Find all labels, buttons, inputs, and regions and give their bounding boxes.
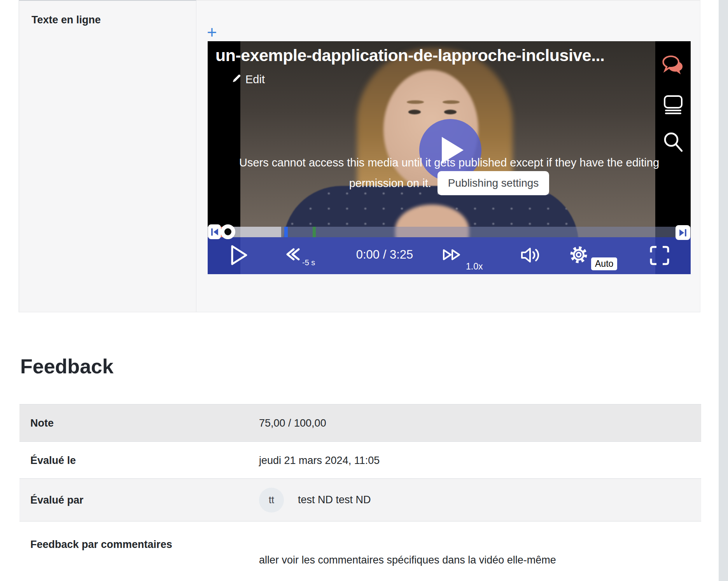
table-row-graded-by: Évalué par tt test ND test ND bbox=[19, 478, 701, 521]
edit-button[interactable]: Edit bbox=[232, 73, 265, 86]
avatar[interactable]: tt bbox=[259, 488, 284, 513]
skip-to-start-button[interactable] bbox=[208, 224, 221, 239]
video-title: un-exemple-dapplication-de-lapproche-inc… bbox=[215, 46, 605, 65]
seek-playhead[interactable] bbox=[220, 224, 235, 239]
graded-on-value: jeudi 21 mars 2024, 11:05 bbox=[259, 442, 701, 478]
submission-row-header: Texte en ligne bbox=[19, 0, 196, 312]
online-text-label: Texte en ligne bbox=[32, 14, 101, 26]
graded-by-label: Évalué par bbox=[19, 479, 259, 521]
publish-notice-banner: Users cannot access this media until it … bbox=[208, 151, 691, 197]
skip-to-end-button[interactable] bbox=[676, 225, 690, 240]
scrollbar[interactable] bbox=[719, 0, 728, 581]
feedback-heading: Feedback bbox=[20, 355, 114, 378]
add-icon[interactable]: + bbox=[207, 23, 217, 42]
pencil-icon bbox=[232, 73, 242, 86]
notice-text-line1: Users cannot access this media until it … bbox=[208, 156, 691, 169]
feedback-table: Note 75,00 / 100,00 Évalué le jeudi 21 m… bbox=[19, 404, 701, 581]
table-row-feedback-comments: Feedback par commentaires aller voir les… bbox=[19, 521, 701, 581]
settings-gear-icon[interactable] bbox=[569, 245, 589, 266]
table-row-grade: Note 75,00 / 100,00 bbox=[19, 404, 701, 441]
rewind-button[interactable] bbox=[286, 247, 300, 263]
chapters-icon[interactable] bbox=[663, 94, 684, 117]
graded-on-label: Évalué le bbox=[19, 442, 259, 478]
comments-icon[interactable] bbox=[662, 54, 684, 78]
grader-name[interactable]: test ND test ND bbox=[298, 494, 371, 506]
fullscreen-button[interactable] bbox=[649, 245, 670, 268]
play-button[interactable] bbox=[229, 244, 249, 268]
grade-value: 75,00 / 100,00 bbox=[259, 404, 701, 441]
time-display: 0:00 / 3:25 bbox=[340, 248, 429, 262]
notice-text-line2: permission on it. bbox=[349, 177, 431, 190]
publishing-settings-button[interactable]: Publishing settings bbox=[438, 171, 549, 195]
grade-label: Note bbox=[19, 404, 259, 441]
table-row-graded-on: Évalué le jeudi 21 mars 2024, 11:05 bbox=[19, 441, 701, 478]
playback-speed-label[interactable]: 1.0x bbox=[466, 261, 483, 272]
volume-button[interactable] bbox=[520, 247, 542, 264]
seek-marker-green[interactable] bbox=[313, 227, 316, 237]
fast-forward-button[interactable] bbox=[442, 248, 462, 263]
edit-label: Edit bbox=[245, 73, 265, 86]
seek-bar[interactable] bbox=[208, 227, 691, 237]
seek-marker-blue[interactable] bbox=[284, 227, 288, 237]
page: Texte en ligne + un-exemple-dapplication… bbox=[0, 0, 728, 581]
rewind-seconds-label: -5 s bbox=[302, 258, 315, 267]
control-bar: -5 s 0:00 / 3:25 1.0x bbox=[208, 237, 691, 274]
feedback-comments-label: Feedback par commentaires bbox=[19, 522, 259, 581]
feedback-comments-value: aller voir les commentaires spécifiques … bbox=[259, 522, 701, 581]
quality-badge[interactable]: Auto bbox=[591, 257, 617, 270]
video-player[interactable]: un-exemple-dapplication-de-lapproche-inc… bbox=[208, 41, 691, 274]
